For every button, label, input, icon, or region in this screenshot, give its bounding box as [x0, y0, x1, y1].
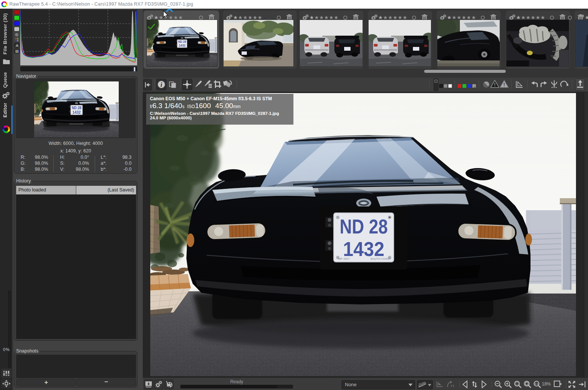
svg-text:1:1: 1:1	[535, 382, 539, 385]
svg-text:!: !	[494, 82, 496, 87]
svg-text:!: !	[503, 82, 505, 87]
svg-text:i: i	[160, 81, 162, 88]
